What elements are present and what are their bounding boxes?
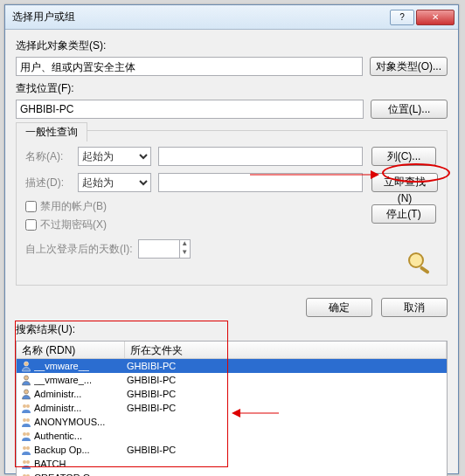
row-name: ANONYMOUS... [34,417,127,427]
svg-point-5 [23,404,26,408]
row-folder: GHBIBI-PC [127,375,176,385]
svg-point-4 [24,390,29,394]
row-folder: GHBIBI-PC [127,361,176,371]
table-row[interactable]: ANONYMOUS... [17,415,447,429]
common-queries-group: 一般性查询 名称(A): 起始为 描述(D): 起始为 [16,131,448,286]
svg-point-11 [23,446,26,450]
svg-rect-1 [420,266,430,274]
desc-op-select[interactable]: 起始为 [78,173,151,192]
titlebar: 选择用户或组 ? ✕ [5,5,458,30]
svg-point-0 [409,253,423,267]
row-name: __vmware__ [34,361,127,371]
table-row[interactable]: BATCH [17,457,447,471]
row-name: Administr... [34,389,127,399]
location-value: GHBIBI-PC [16,100,364,119]
dialog-window: 选择用户或组 ? ✕ 选择此对象类型(S): 用户、组或内置安全主体 对象类型(… [4,4,459,474]
table-row[interactable]: Administr...GHBIBI-PC [17,401,447,415]
days-input[interactable]: ▲▼ [138,239,191,259]
svg-point-8 [26,418,30,422]
row-name: BATCH [34,459,127,469]
group-icon [20,458,32,470]
query-right: 列(C)... 立即查找(N) 停止(T) [363,147,438,276]
disabled-accounts-checkbox[interactable] [25,201,37,212]
object-type-value: 用户、组或内置安全主体 [16,57,363,76]
svg-point-7 [23,418,26,422]
object-types-button[interactable]: 对象类型(O)... [370,57,448,76]
table-row[interactable]: Administr...GHBIBI-PC [17,387,447,401]
table-row[interactable]: Authentic... [17,429,447,443]
name-op-select[interactable]: 起始为 [78,147,151,166]
table-row[interactable]: __vmware__GHBIBI-PC [17,359,447,373]
find-now-button[interactable]: 立即查找(N) [371,173,438,192]
listview-header: 名称 (RDN) 所在文件夹 [17,341,447,359]
group-icon [20,444,32,456]
row-name: CREATOR G... [34,473,127,476]
stop-button[interactable]: 停止(T) [371,204,436,224]
window-title: 选择用户或组 [12,10,388,24]
svg-point-6 [26,404,30,408]
user-icon [20,360,32,372]
query-left: 名称(A): 起始为 描述(D): 起始为 [25,147,363,276]
group-icon [20,402,32,414]
close-button[interactable]: ✕ [416,10,455,25]
row-name: Authentic... [34,431,127,441]
table-row[interactable]: CREATOR G... [17,471,447,476]
name-label: 名称(A): [25,149,78,164]
cancel-button[interactable]: 取消 [381,298,448,317]
group-icon [20,416,32,428]
days-label: 自上次登录后的天数(I): [25,242,133,257]
help-button[interactable]: ? [390,10,414,25]
search-icon [403,250,438,276]
desc-input[interactable] [158,173,363,192]
group-legend: 一般性查询 [16,122,87,141]
svg-point-3 [24,376,29,380]
row-name: Administr... [34,403,127,413]
object-type-label: 选择此对象类型(S): [16,38,448,53]
user-icon [20,388,32,400]
non-expiring-checkbox[interactable] [25,219,37,231]
svg-point-12 [26,446,30,450]
table-row[interactable]: __vmware_...GHBIBI-PC [17,373,447,387]
locations-button[interactable]: 位置(L)... [371,100,448,119]
results-label: 搜索结果(U): [16,322,448,337]
svg-point-9 [23,432,26,436]
svg-point-13 [23,460,26,464]
row-folder: GHBIBI-PC [127,403,176,413]
group-icon [20,430,32,442]
columns-button[interactable]: 列(C)... [371,147,436,166]
col-folder[interactable]: 所在文件夹 [125,341,447,358]
desc-label: 描述(D): [25,176,78,190]
row-name: Backup Op... [34,445,127,455]
col-name[interactable]: 名称 (RDN) [17,341,125,358]
non-expiring-check[interactable]: 不过期密码(X) [25,217,363,232]
svg-point-2 [24,362,29,366]
svg-point-10 [26,432,30,436]
user-icon [20,374,32,386]
name-input[interactable] [158,147,363,166]
row-name: __vmware_... [34,375,127,385]
disabled-accounts-check[interactable]: 禁用的帐户(B) [25,199,363,214]
row-folder: GHBIBI-PC [127,389,176,399]
dialog-content: 选择此对象类型(S): 用户、组或内置安全主体 对象类型(O)... 查找位置(… [5,30,458,476]
group-icon [20,472,32,476]
results-listview[interactable]: 名称 (RDN) 所在文件夹 __vmware__GHBIBI-PC__vmwa… [16,341,448,476]
row-folder: GHBIBI-PC [127,445,176,455]
ok-button[interactable]: 确定 [306,298,372,317]
table-row[interactable]: Backup Op...GHBIBI-PC [17,443,447,457]
location-label: 查找位置(F): [16,81,448,96]
svg-point-14 [26,460,30,464]
